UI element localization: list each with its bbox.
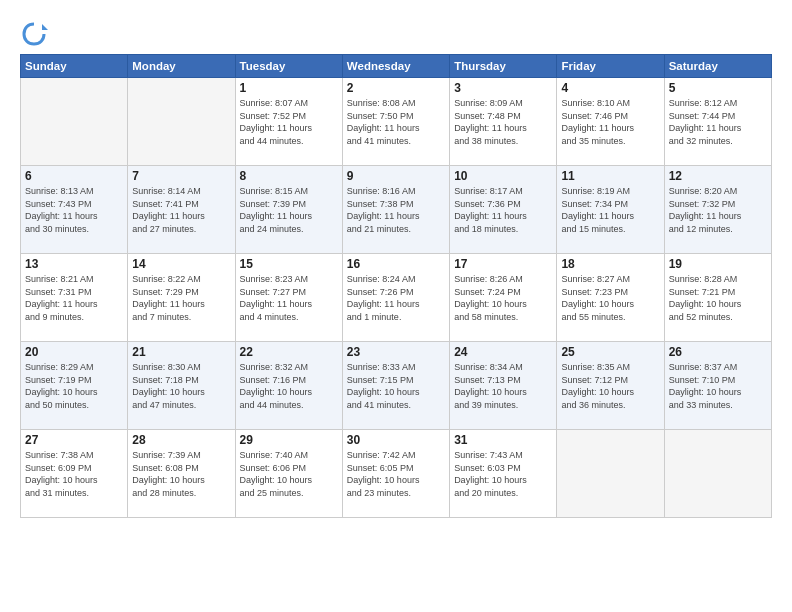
day-detail: Sunrise: 8:35 AM Sunset: 7:12 PM Dayligh… <box>561 361 659 411</box>
day-number: 16 <box>347 257 445 271</box>
day-detail: Sunrise: 7:43 AM Sunset: 6:03 PM Dayligh… <box>454 449 552 499</box>
day-number: 2 <box>347 81 445 95</box>
calendar-cell: 11Sunrise: 8:19 AM Sunset: 7:34 PM Dayli… <box>557 166 664 254</box>
calendar-cell: 23Sunrise: 8:33 AM Sunset: 7:15 PM Dayli… <box>342 342 449 430</box>
day-number: 19 <box>669 257 767 271</box>
day-detail: Sunrise: 8:23 AM Sunset: 7:27 PM Dayligh… <box>240 273 338 323</box>
week-row-5: 27Sunrise: 7:38 AM Sunset: 6:09 PM Dayli… <box>21 430 772 518</box>
calendar-table: SundayMondayTuesdayWednesdayThursdayFrid… <box>20 54 772 518</box>
day-number: 26 <box>669 345 767 359</box>
day-number: 5 <box>669 81 767 95</box>
calendar-cell: 13Sunrise: 8:21 AM Sunset: 7:31 PM Dayli… <box>21 254 128 342</box>
day-number: 30 <box>347 433 445 447</box>
day-number: 21 <box>132 345 230 359</box>
weekday-header: SundayMondayTuesdayWednesdayThursdayFrid… <box>21 55 772 78</box>
week-row-3: 13Sunrise: 8:21 AM Sunset: 7:31 PM Dayli… <box>21 254 772 342</box>
day-detail: Sunrise: 8:19 AM Sunset: 7:34 PM Dayligh… <box>561 185 659 235</box>
day-number: 28 <box>132 433 230 447</box>
day-detail: Sunrise: 7:39 AM Sunset: 6:08 PM Dayligh… <box>132 449 230 499</box>
day-number: 7 <box>132 169 230 183</box>
day-number: 29 <box>240 433 338 447</box>
weekday-saturday: Saturday <box>664 55 771 78</box>
day-number: 20 <box>25 345 123 359</box>
calendar-cell: 4Sunrise: 8:10 AM Sunset: 7:46 PM Daylig… <box>557 78 664 166</box>
calendar-cell: 16Sunrise: 8:24 AM Sunset: 7:26 PM Dayli… <box>342 254 449 342</box>
day-detail: Sunrise: 8:33 AM Sunset: 7:15 PM Dayligh… <box>347 361 445 411</box>
header-row <box>20 16 772 48</box>
day-detail: Sunrise: 8:29 AM Sunset: 7:19 PM Dayligh… <box>25 361 123 411</box>
day-detail: Sunrise: 8:12 AM Sunset: 7:44 PM Dayligh… <box>669 97 767 147</box>
calendar-cell: 25Sunrise: 8:35 AM Sunset: 7:12 PM Dayli… <box>557 342 664 430</box>
day-detail: Sunrise: 8:28 AM Sunset: 7:21 PM Dayligh… <box>669 273 767 323</box>
week-row-2: 6Sunrise: 8:13 AM Sunset: 7:43 PM Daylig… <box>21 166 772 254</box>
calendar-cell: 26Sunrise: 8:37 AM Sunset: 7:10 PM Dayli… <box>664 342 771 430</box>
day-number: 13 <box>25 257 123 271</box>
weekday-friday: Friday <box>557 55 664 78</box>
day-detail: Sunrise: 8:22 AM Sunset: 7:29 PM Dayligh… <box>132 273 230 323</box>
day-detail: Sunrise: 8:21 AM Sunset: 7:31 PM Dayligh… <box>25 273 123 323</box>
day-number: 31 <box>454 433 552 447</box>
day-number: 14 <box>132 257 230 271</box>
day-number: 8 <box>240 169 338 183</box>
day-detail: Sunrise: 8:09 AM Sunset: 7:48 PM Dayligh… <box>454 97 552 147</box>
day-detail: Sunrise: 7:38 AM Sunset: 6:09 PM Dayligh… <box>25 449 123 499</box>
logo-icon <box>20 20 48 48</box>
calendar-cell: 29Sunrise: 7:40 AM Sunset: 6:06 PM Dayli… <box>235 430 342 518</box>
day-number: 24 <box>454 345 552 359</box>
calendar-cell <box>557 430 664 518</box>
calendar-cell: 7Sunrise: 8:14 AM Sunset: 7:41 PM Daylig… <box>128 166 235 254</box>
calendar-cell: 17Sunrise: 8:26 AM Sunset: 7:24 PM Dayli… <box>450 254 557 342</box>
calendar-cell: 21Sunrise: 8:30 AM Sunset: 7:18 PM Dayli… <box>128 342 235 430</box>
day-detail: Sunrise: 8:27 AM Sunset: 7:23 PM Dayligh… <box>561 273 659 323</box>
week-row-4: 20Sunrise: 8:29 AM Sunset: 7:19 PM Dayli… <box>21 342 772 430</box>
calendar-container: SundayMondayTuesdayWednesdayThursdayFrid… <box>0 0 792 612</box>
day-number: 12 <box>669 169 767 183</box>
weekday-sunday: Sunday <box>21 55 128 78</box>
calendar-cell <box>664 430 771 518</box>
calendar-cell <box>128 78 235 166</box>
day-detail: Sunrise: 7:42 AM Sunset: 6:05 PM Dayligh… <box>347 449 445 499</box>
day-detail: Sunrise: 8:37 AM Sunset: 7:10 PM Dayligh… <box>669 361 767 411</box>
calendar-cell: 28Sunrise: 7:39 AM Sunset: 6:08 PM Dayli… <box>128 430 235 518</box>
calendar-cell: 15Sunrise: 8:23 AM Sunset: 7:27 PM Dayli… <box>235 254 342 342</box>
calendar-cell: 24Sunrise: 8:34 AM Sunset: 7:13 PM Dayli… <box>450 342 557 430</box>
day-number: 4 <box>561 81 659 95</box>
day-number: 27 <box>25 433 123 447</box>
day-detail: Sunrise: 8:20 AM Sunset: 7:32 PM Dayligh… <box>669 185 767 235</box>
day-detail: Sunrise: 8:07 AM Sunset: 7:52 PM Dayligh… <box>240 97 338 147</box>
day-detail: Sunrise: 8:30 AM Sunset: 7:18 PM Dayligh… <box>132 361 230 411</box>
calendar-cell: 9Sunrise: 8:16 AM Sunset: 7:38 PM Daylig… <box>342 166 449 254</box>
day-number: 6 <box>25 169 123 183</box>
calendar-cell: 20Sunrise: 8:29 AM Sunset: 7:19 PM Dayli… <box>21 342 128 430</box>
calendar-cell: 1Sunrise: 8:07 AM Sunset: 7:52 PM Daylig… <box>235 78 342 166</box>
logo <box>20 20 52 48</box>
day-detail: Sunrise: 8:10 AM Sunset: 7:46 PM Dayligh… <box>561 97 659 147</box>
day-number: 17 <box>454 257 552 271</box>
day-detail: Sunrise: 8:16 AM Sunset: 7:38 PM Dayligh… <box>347 185 445 235</box>
day-detail: Sunrise: 7:40 AM Sunset: 6:06 PM Dayligh… <box>240 449 338 499</box>
day-detail: Sunrise: 8:08 AM Sunset: 7:50 PM Dayligh… <box>347 97 445 147</box>
calendar-cell: 3Sunrise: 8:09 AM Sunset: 7:48 PM Daylig… <box>450 78 557 166</box>
day-detail: Sunrise: 8:34 AM Sunset: 7:13 PM Dayligh… <box>454 361 552 411</box>
week-row-1: 1Sunrise: 8:07 AM Sunset: 7:52 PM Daylig… <box>21 78 772 166</box>
day-number: 11 <box>561 169 659 183</box>
day-detail: Sunrise: 8:26 AM Sunset: 7:24 PM Dayligh… <box>454 273 552 323</box>
calendar-cell: 5Sunrise: 8:12 AM Sunset: 7:44 PM Daylig… <box>664 78 771 166</box>
day-number: 23 <box>347 345 445 359</box>
day-detail: Sunrise: 8:24 AM Sunset: 7:26 PM Dayligh… <box>347 273 445 323</box>
day-detail: Sunrise: 8:15 AM Sunset: 7:39 PM Dayligh… <box>240 185 338 235</box>
day-number: 15 <box>240 257 338 271</box>
calendar-cell: 30Sunrise: 7:42 AM Sunset: 6:05 PM Dayli… <box>342 430 449 518</box>
calendar-cell: 6Sunrise: 8:13 AM Sunset: 7:43 PM Daylig… <box>21 166 128 254</box>
day-number: 9 <box>347 169 445 183</box>
day-number: 22 <box>240 345 338 359</box>
weekday-monday: Monday <box>128 55 235 78</box>
day-detail: Sunrise: 8:32 AM Sunset: 7:16 PM Dayligh… <box>240 361 338 411</box>
calendar-cell: 27Sunrise: 7:38 AM Sunset: 6:09 PM Dayli… <box>21 430 128 518</box>
calendar-cell: 18Sunrise: 8:27 AM Sunset: 7:23 PM Dayli… <box>557 254 664 342</box>
day-number: 18 <box>561 257 659 271</box>
day-number: 3 <box>454 81 552 95</box>
svg-marker-0 <box>42 24 48 30</box>
weekday-thursday: Thursday <box>450 55 557 78</box>
day-number: 1 <box>240 81 338 95</box>
